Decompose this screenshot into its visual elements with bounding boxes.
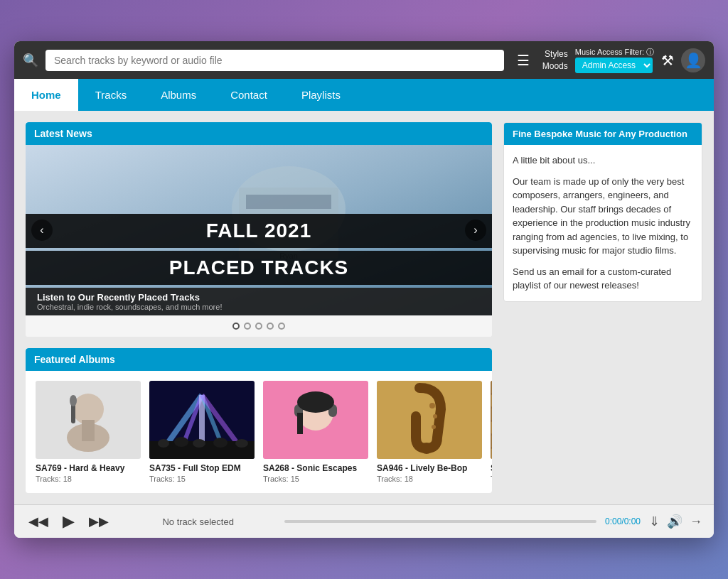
album-art-sa769: [36, 381, 141, 459]
carousel-dots: [26, 315, 492, 337]
search-icon: 🔍: [23, 53, 38, 68]
about-section: Fine Bespoke Music for Any Production A …: [503, 122, 702, 302]
player-more-button[interactable]: →: [690, 514, 702, 529]
svg-point-33: [432, 425, 436, 429]
carousel-dot-3[interactable]: [255, 323, 262, 330]
about-para1: Our team is made up of only the very bes…: [513, 175, 693, 258]
album-name-sa268: SA268 - Sonic Escapes: [263, 463, 368, 473]
albums-grid: SA769 - Hard & Heavy Tracks: 18: [26, 371, 492, 493]
music-access-label: Music Access Filter: ⓘ: [575, 47, 654, 58]
nav-contact[interactable]: Contact: [213, 79, 284, 111]
styles-moods-label: Styles Moods: [542, 48, 568, 72]
svg-point-32: [433, 414, 437, 418]
search-input[interactable]: [46, 50, 504, 71]
svg-point-10: [70, 395, 77, 406]
featured-albums-header: Featured Albums: [26, 348, 492, 371]
carousel-title2: PLACED TRACKS: [37, 256, 481, 279]
album-name-sa735: SA735 - Full Stop EDM: [149, 463, 255, 473]
no-track-label: No track selected: [120, 516, 276, 527]
album-name-sa946: SA946 - Lively Be-Bop: [377, 463, 482, 473]
svg-rect-3: [246, 195, 331, 209]
carousel-caption: Listen to Our Recently Placed Tracks Orc…: [26, 288, 492, 315]
about-body: A little bit about us... Our team is mad…: [504, 145, 702, 301]
svg-rect-38: [491, 421, 492, 434]
album-card-sa268[interactable]: SA268 - Sonic Escapes Tracks: 15: [263, 381, 368, 483]
music-access-select[interactable]: Admin Access Standard Premium: [575, 58, 653, 73]
svg-rect-39: [491, 435, 492, 448]
nav-home[interactable]: Home: [14, 79, 78, 111]
album-tracks-sa268: Tracks: 15: [263, 475, 368, 483]
svg-rect-37: [491, 408, 492, 421]
svg-point-18: [158, 439, 169, 448]
album-art-sa946: [377, 381, 482, 459]
carousel-overlay: FALL 2021 PLACED TRACKS Listen to Our Re…: [26, 214, 492, 315]
svg-point-21: [213, 438, 228, 448]
album-thumb-sa739: [491, 381, 492, 459]
carousel-title1: FALL 2021: [37, 220, 481, 242]
player-next-button[interactable]: ▶▶: [86, 512, 112, 531]
hamburger-menu-button[interactable]: ☰: [511, 49, 535, 72]
carousel-title2-block: PLACED TRACKS: [26, 251, 492, 285]
carousel-dot-4[interactable]: [267, 323, 274, 330]
carousel-caption-title: Listen to Our Recently Placed Tracks: [37, 292, 481, 303]
album-name-sa769: SA769 - Hard & Heavy: [36, 463, 141, 473]
about-header: Fine Bespoke Music for Any Production: [504, 123, 702, 145]
svg-point-20: [193, 439, 205, 448]
nav-bar: Home Tracks Albums Contact Playlists: [14, 79, 714, 111]
browser-window: 🔍 ☰ Styles Moods Music Access Filter: ⓘ …: [14, 41, 714, 538]
album-thumb-sa946: [377, 381, 482, 459]
carousel-caption-sub: Orchestral, indie rock, soundscapes, and…: [37, 303, 481, 311]
svg-rect-40: [491, 448, 492, 459]
svg-point-27: [297, 391, 334, 413]
album-tracks-sa946: Tracks: 18: [377, 475, 482, 483]
main-content: Latest News: [14, 111, 714, 504]
album-tracks-sa739: Tracks: 18: [491, 475, 492, 483]
svg-point-22: [235, 439, 248, 448]
latest-news-section: Latest News: [26, 122, 492, 337]
news-carousel: Ryan FALL 2021 PLACED TRACKS Listen to O…: [26, 145, 492, 315]
album-card-sa739[interactable]: SA739 - Bluesy Twang Tracks: 18: [491, 381, 492, 483]
album-tracks-sa735: Tracks: 15: [149, 475, 255, 483]
about-intro: A little bit about us...: [513, 153, 693, 168]
player-volume-button[interactable]: 🔊: [667, 514, 682, 529]
user-avatar[interactable]: 👤: [681, 48, 705, 72]
album-art-sa735: [149, 381, 255, 459]
album-card-sa735[interactable]: SA735 - Full Stop EDM Tracks: 15: [149, 381, 255, 483]
carousel-dot-5[interactable]: [278, 323, 285, 330]
album-thumb-sa268: [263, 381, 368, 459]
carousel-next-button[interactable]: ›: [465, 220, 486, 241]
music-access-filter-group: Music Access Filter: ⓘ Admin Access Stan…: [575, 47, 654, 73]
album-card-sa946[interactable]: SA946 - Lively Be-Bop Tracks: 18: [377, 381, 482, 483]
album-card-sa769[interactable]: SA769 - Hard & Heavy Tracks: 18: [36, 381, 141, 483]
player-time-display: 0:00/0:00: [605, 516, 641, 526]
svg-rect-8: [82, 420, 95, 441]
nav-tracks[interactable]: Tracks: [78, 79, 144, 111]
about-para2: Send us an email for a custom-curated pl…: [513, 265, 693, 293]
nav-albums[interactable]: Albums: [144, 79, 213, 111]
settings-icon[interactable]: ⚒: [661, 52, 674, 69]
carousel-prev-button[interactable]: ‹: [31, 220, 53, 241]
latest-news-header: Latest News: [26, 122, 492, 145]
svg-point-19: [174, 437, 188, 447]
carousel-title1-block: FALL 2021: [26, 214, 492, 248]
player-play-button[interactable]: ▶: [60, 511, 77, 532]
left-column: Latest News: [26, 122, 492, 493]
album-tracks-sa769: Tracks: 18: [36, 475, 141, 483]
player-download-button[interactable]: ⇓: [649, 514, 660, 529]
player-progress-bar[interactable]: [284, 520, 596, 523]
svg-point-30: [421, 443, 432, 454]
album-art-sa268: [263, 381, 368, 459]
player-right-icons: ⇓ 🔊 →: [649, 514, 702, 529]
carousel-dot-1[interactable]: [232, 323, 240, 330]
svg-rect-28: [297, 413, 303, 434]
player-bar: ◀◀ ▶ ▶▶ No track selected 0:00/0:00 ⇓ 🔊 …: [14, 504, 714, 538]
player-prev-button[interactable]: ◀◀: [26, 512, 51, 531]
carousel-image: Ryan FALL 2021 PLACED TRACKS Listen to O…: [26, 145, 492, 315]
nav-playlists[interactable]: Playlists: [284, 79, 358, 111]
right-column: Fine Bespoke Music for Any Production A …: [503, 122, 702, 493]
svg-rect-36: [491, 394, 492, 407]
featured-albums-section: Featured Albums: [26, 348, 492, 493]
album-art-sa739: [491, 381, 492, 459]
carousel-dot-2[interactable]: [244, 323, 251, 330]
album-thumb-sa769: [36, 381, 141, 459]
